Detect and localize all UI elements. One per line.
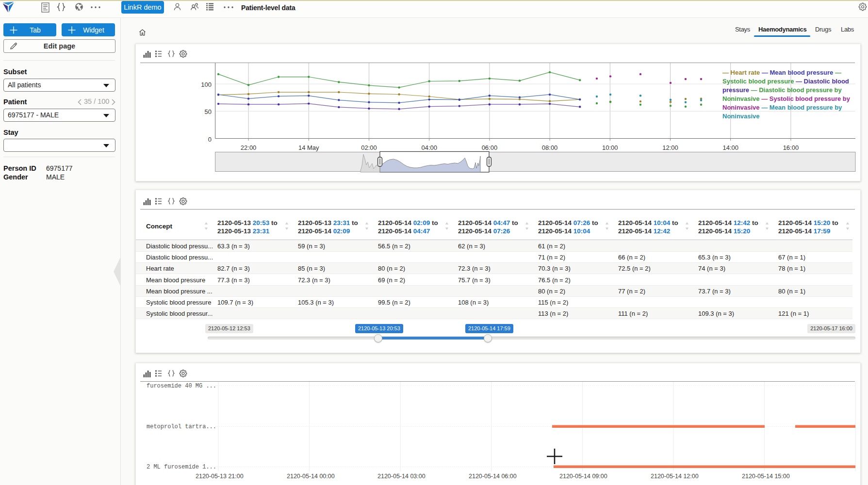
svg-text:06:00: 06:00 <box>482 144 498 151</box>
svg-text:08:00: 08:00 <box>542 144 558 151</box>
svg-text:22:00: 22:00 <box>241 144 257 151</box>
svg-text:02:00: 02:00 <box>361 144 377 151</box>
svg-text:50: 50 <box>205 108 212 115</box>
svg-text:04:00: 04:00 <box>421 144 437 151</box>
svg-text:16:00: 16:00 <box>783 144 799 151</box>
svg-text:0: 0 <box>208 136 212 143</box>
svg-text:12:00: 12:00 <box>662 144 678 151</box>
svg-text:10:00: 10:00 <box>602 144 618 151</box>
svg-text:14:00: 14:00 <box>722 144 738 151</box>
svg-text:14 May: 14 May <box>298 144 319 151</box>
svg-text:100: 100 <box>201 81 212 88</box>
